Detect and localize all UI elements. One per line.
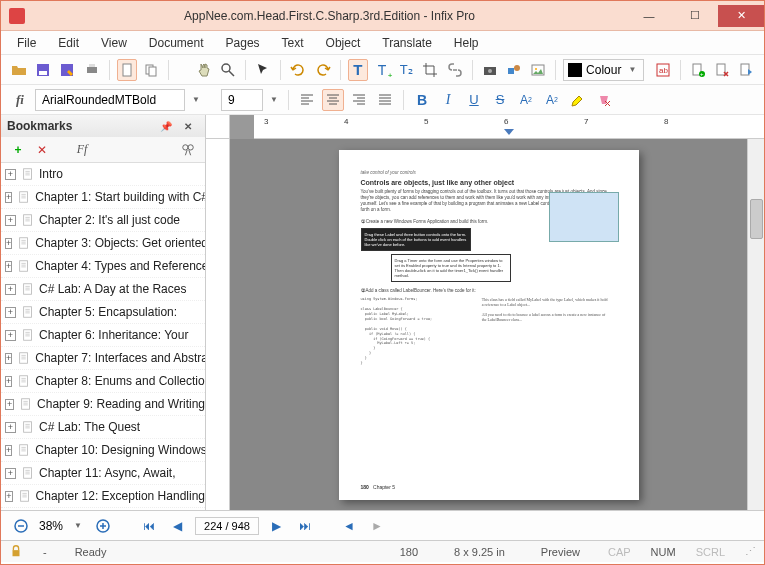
indent-marker-icon[interactable] [504, 129, 514, 135]
bookmark-item[interactable]: +Chapter 10: Designing Windows [1, 439, 205, 462]
text-link-icon[interactable]: T₂ [396, 59, 416, 81]
menu-help[interactable]: Help [444, 33, 489, 53]
link-icon[interactable] [445, 59, 465, 81]
clear-format-icon[interactable] [593, 89, 615, 111]
print-icon[interactable] [82, 59, 102, 81]
page-indicator[interactable]: 224 / 948 [195, 517, 259, 535]
expand-icon[interactable]: + [5, 445, 12, 456]
clipboard-icon[interactable] [117, 59, 137, 81]
text-plus-icon[interactable]: T+ [372, 59, 392, 81]
crop-icon[interactable] [420, 59, 440, 81]
underline-icon[interactable]: U [463, 89, 485, 111]
bookmark-item[interactable]: +Chapter 2: It's all just code [1, 209, 205, 232]
text-tool-icon[interactable]: T [348, 59, 368, 81]
last-page-button[interactable]: ⏭ [295, 516, 315, 536]
bookmark-item[interactable]: +Chapter 9: Reading and Writing [1, 393, 205, 416]
menu-text[interactable]: Text [272, 33, 314, 53]
zoom-in-button[interactable] [93, 516, 113, 536]
scroll-thumb[interactable] [750, 199, 763, 239]
ruler-horizontal[interactable]: 3 4 5 6 7 8 [254, 115, 764, 139]
close-button[interactable]: ✕ [718, 5, 764, 27]
expand-icon[interactable]: + [5, 284, 16, 295]
page-remove-icon[interactable] [712, 59, 732, 81]
pan-icon[interactable] [194, 59, 214, 81]
minimize-button[interactable]: — [626, 5, 672, 27]
menu-edit[interactable]: Edit [48, 33, 89, 53]
menu-object[interactable]: Object [316, 33, 371, 53]
font-size-dropdown-icon[interactable]: ▼ [267, 95, 281, 104]
bookmark-find-icon[interactable] [179, 141, 197, 159]
prev-page-button[interactable]: ◀ [167, 516, 187, 536]
save-icon[interactable] [33, 59, 53, 81]
next-page-button[interactable]: ▶ [267, 516, 287, 536]
bookmark-item[interactable]: +Intro [1, 163, 205, 186]
pointer-icon[interactable] [253, 59, 273, 81]
history-forward-button[interactable]: ► [367, 516, 387, 536]
expand-icon[interactable]: + [5, 215, 16, 226]
bookmark-item[interactable]: +Chapter 8: Enums and Collections [1, 370, 205, 393]
expand-icon[interactable]: + [5, 399, 14, 410]
shapes-icon[interactable] [504, 59, 524, 81]
bookmark-font-icon[interactable]: Ff [73, 141, 91, 159]
bookmark-item[interactable]: +C# Lab: A Day at the Races [1, 278, 205, 301]
expand-icon[interactable]: + [5, 307, 16, 318]
expand-icon[interactable]: + [5, 192, 12, 203]
bookmark-item[interactable]: +Chapter 11: Async, Await, [1, 462, 205, 485]
font-family-icon[interactable]: fi [9, 89, 31, 111]
bookmark-item[interactable]: +Chapter 5: Encapsulation: [1, 301, 205, 324]
menu-document[interactable]: Document [139, 33, 214, 53]
menu-view[interactable]: View [91, 33, 137, 53]
zoom-icon[interactable] [218, 59, 238, 81]
pin-icon[interactable]: 📌 [155, 115, 177, 137]
bookmark-item[interactable]: +C# Lab: The Quest [1, 416, 205, 439]
expand-icon[interactable]: + [5, 261, 12, 272]
resize-grip-icon[interactable]: ⋰ [745, 545, 756, 558]
bookmark-item[interactable]: +Chapter 6: Inheritance: Your [1, 324, 205, 347]
font-name-dropdown-icon[interactable]: ▼ [189, 95, 203, 104]
expand-icon[interactable]: + [5, 238, 12, 249]
page-canvas[interactable]: take control of your controls Controls a… [230, 139, 747, 510]
menu-pages[interactable]: Pages [216, 33, 270, 53]
font-name-select[interactable]: ArialRoundedMTBold [35, 89, 185, 111]
expand-icon[interactable]: + [5, 330, 16, 341]
ruler-vertical[interactable] [206, 139, 230, 510]
maximize-button[interactable]: ☐ [672, 5, 718, 27]
undo-icon[interactable] [288, 59, 308, 81]
page-extract-icon[interactable] [736, 59, 756, 81]
bookmark-item[interactable]: +Chapter 1: Start building with C# [1, 186, 205, 209]
font-size-select[interactable]: 9 [221, 89, 263, 111]
camera-icon[interactable] [480, 59, 500, 81]
italic-icon[interactable]: I [437, 89, 459, 111]
history-back-button[interactable]: ◄ [339, 516, 359, 536]
bookmark-item[interactable]: +Chapter 12: Exception Handling [1, 485, 205, 508]
bookmark-delete-icon[interactable]: ✕ [33, 141, 51, 159]
first-page-button[interactable]: ⏮ [139, 516, 159, 536]
expand-icon[interactable]: + [5, 376, 12, 387]
strikethrough-icon[interactable]: S [489, 89, 511, 111]
copy-icon[interactable] [141, 59, 161, 81]
panel-close-icon[interactable]: ✕ [177, 115, 199, 137]
expand-icon[interactable]: + [5, 422, 16, 433]
page-add-icon[interactable]: + [688, 59, 708, 81]
colour-dropdown[interactable]: Colour ▼ [563, 59, 644, 81]
expand-icon[interactable]: + [5, 491, 13, 502]
expand-icon[interactable]: + [5, 169, 16, 180]
align-justify-icon[interactable] [374, 89, 396, 111]
menu-file[interactable]: File [7, 33, 46, 53]
align-right-icon[interactable] [348, 89, 370, 111]
open-icon[interactable] [9, 59, 29, 81]
expand-icon[interactable]: + [5, 468, 16, 479]
expand-icon[interactable]: + [5, 353, 12, 364]
bookmark-item[interactable]: +Chapter 3: Objects: Get oriented [1, 232, 205, 255]
superscript-icon[interactable]: A2 [515, 89, 537, 111]
bold-icon[interactable]: B [411, 89, 433, 111]
bookmark-item[interactable]: +Chapter 4: Types and References [1, 255, 205, 278]
zoom-dropdown-icon[interactable]: ▼ [71, 521, 85, 530]
highlight-icon[interactable] [567, 89, 589, 111]
align-left-icon[interactable] [296, 89, 318, 111]
save-as-icon[interactable] [57, 59, 77, 81]
bookmark-item[interactable]: +Chapter 7: Interfaces and Abstract [1, 347, 205, 370]
find-replace-icon[interactable]: ab [652, 59, 672, 81]
image-icon[interactable] [528, 59, 548, 81]
vertical-scrollbar[interactable] [747, 139, 764, 510]
